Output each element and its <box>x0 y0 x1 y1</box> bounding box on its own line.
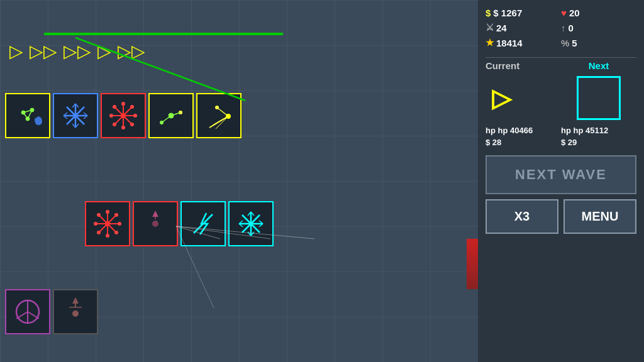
svg-line-38 <box>162 116 171 123</box>
svg-point-56 <box>106 234 109 238</box>
current-hp: hp hp 40466 <box>486 125 561 136</box>
enemy-arrow-3: ▷▷ <box>64 43 91 60</box>
sword-value: 24 <box>496 23 507 33</box>
current-next-header: Current Next <box>486 60 636 71</box>
star-stat: ★ 18414 <box>486 36 561 50</box>
star-icon: ★ <box>486 37 494 48</box>
tower-cell-m4[interactable] <box>228 201 274 246</box>
svg-marker-65 <box>152 211 158 217</box>
tower-cell-3[interactable] <box>101 93 146 138</box>
health-bar <box>467 239 478 289</box>
svg-marker-85 <box>72 297 79 304</box>
heart-icon: ♥ <box>561 8 567 18</box>
enemy-arrow-1: ▷ <box>9 43 23 60</box>
tower-row-middle <box>85 201 274 246</box>
percent-stat: % 5 <box>561 36 636 50</box>
percent-icon: % <box>561 38 569 48</box>
enemy-arrow-row: ▷ ▷▷ ▷▷ ▷ ▷▷ <box>9 43 145 60</box>
svg-line-82 <box>28 312 39 319</box>
hearts-value: 20 <box>569 8 580 18</box>
next-hp: hp hp 45112 <box>561 125 636 136</box>
next-wave-button[interactable]: NEXT WAVE <box>486 155 636 194</box>
current-wave-arrow: ▷ <box>486 84 561 112</box>
tower-cell-2[interactable] <box>53 93 98 138</box>
star-value: 18414 <box>496 38 523 48</box>
svg-point-27 <box>121 102 125 106</box>
svg-point-30 <box>133 114 137 118</box>
game-area: ▷ ▷▷ ▷▷ ▷ ▷▷ <box>0 0 478 362</box>
tower-cell-b2[interactable] <box>53 289 98 334</box>
wave-stats: hp hp 40466 hp hp 45112 $ 28 $ 29 <box>486 125 636 148</box>
divider-1 <box>486 57 636 58</box>
sword-icon: ⚔ <box>486 22 494 33</box>
money-icon: $ <box>486 8 491 18</box>
svg-line-5 <box>23 112 28 119</box>
x3-button[interactable]: X3 <box>486 199 558 234</box>
bottom-buttons: X3 MENU <box>486 199 636 234</box>
svg-point-58 <box>118 222 121 226</box>
tower-cell-1[interactable] <box>5 93 50 138</box>
svg-point-29 <box>109 114 113 118</box>
tower-cell-4[interactable] <box>148 93 194 138</box>
svg-point-57 <box>94 222 97 226</box>
svg-point-63 <box>152 221 158 227</box>
svg-point-32 <box>130 123 134 126</box>
sidebar: $ $ 1267 ♥ 20 ⚔ 24 ↑ 0 ★ 18414 % 5 Curre… <box>478 0 644 362</box>
current-label: Current <box>486 60 561 71</box>
sword-stat: ⚔ 24 <box>486 21 561 35</box>
svg-point-28 <box>121 126 125 129</box>
tower-row-bottom <box>5 289 98 334</box>
svg-point-59 <box>97 213 101 217</box>
svg-point-62 <box>97 231 101 234</box>
svg-point-61 <box>114 213 118 217</box>
menu-button[interactable]: MENU <box>564 199 636 234</box>
stats-grid: $ $ 1267 ♥ 20 ⚔ 24 ↑ 0 ★ 18414 % 5 <box>486 6 636 50</box>
svg-line-81 <box>16 312 28 319</box>
enemy-arrow-4: ▷ <box>97 43 111 60</box>
svg-point-34 <box>113 123 116 126</box>
hearts-stat: ♥ 20 <box>561 6 636 19</box>
svg-point-33 <box>130 105 134 109</box>
up-arrow-icon: ↑ <box>561 23 566 33</box>
next-wave-box <box>577 76 621 120</box>
arrow-stat: ↑ 0 <box>561 21 636 35</box>
money-value: $ 1267 <box>493 8 522 18</box>
svg-line-45 <box>217 107 228 116</box>
enemy-arrow-2: ▷▷ <box>30 43 57 60</box>
enemy-arrow-5: ▷▷ <box>118 43 145 60</box>
current-cost: $ 28 <box>486 137 561 148</box>
next-cost: $ 29 <box>561 137 636 148</box>
tower-cell-m2[interactable] <box>133 201 178 246</box>
tower-row-top <box>5 93 242 138</box>
tower-cell-b1[interactable] <box>5 289 50 334</box>
svg-point-60 <box>114 231 118 234</box>
next-label: Next <box>561 60 636 71</box>
tower-cell-m1[interactable] <box>85 201 130 246</box>
tower-cell-m3[interactable] <box>180 201 226 246</box>
svg-point-31 <box>113 105 116 109</box>
svg-point-83 <box>72 310 79 317</box>
money-stat: $ $ 1267 <box>486 6 561 19</box>
wave-display: ▷ <box>486 76 636 120</box>
tower-cell-5[interactable] <box>196 93 242 138</box>
percent-value: 5 <box>572 38 577 48</box>
svg-point-55 <box>106 210 109 214</box>
path-indicator <box>44 33 283 35</box>
arrow-value: 0 <box>569 23 574 33</box>
